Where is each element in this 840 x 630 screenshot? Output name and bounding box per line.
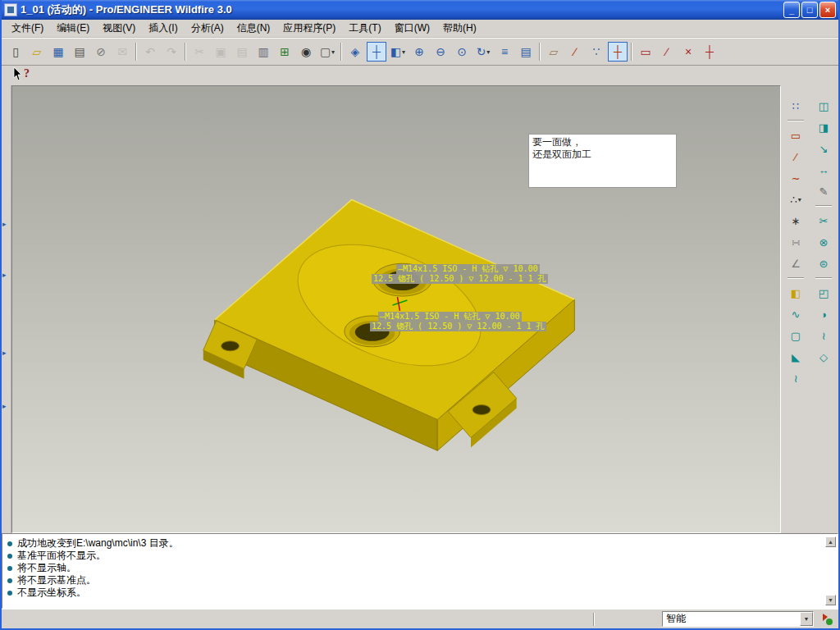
panel-expand-arrow[interactable]: ▸ xyxy=(2,402,7,410)
offset-tool[interactable]: ⊜ xyxy=(814,254,833,272)
close-button[interactable]: × xyxy=(819,2,836,18)
selection-filter-dropdown-button[interactable]: ▼ xyxy=(800,612,813,626)
dropdown-caret-icon[interactable]: ▾ xyxy=(331,48,335,56)
menu-file[interactable]: 文件(F) xyxy=(5,19,50,38)
datum-planes-toggle[interactable]: ▱ xyxy=(544,42,564,62)
blend-tool[interactable]: ◇ xyxy=(814,348,833,366)
graph-tool[interactable]: ∿ xyxy=(786,305,806,323)
send-email-button[interactable]: ✉ xyxy=(112,42,132,62)
help-question-icon: ? xyxy=(24,67,30,80)
sweep-tool[interactable]: ≀ xyxy=(814,326,833,345)
select-box-button[interactable]: ▢▾ xyxy=(317,42,337,62)
menu-info[interactable]: 信息(N) xyxy=(231,19,277,38)
message-scroll-up-button[interactable]: ▲ xyxy=(825,536,836,547)
slot-hole-bottom[interactable] xyxy=(472,405,491,415)
erase-display-button[interactable]: ⊘ xyxy=(91,42,111,62)
datum-points-toggle[interactable]: ∵ xyxy=(587,42,606,62)
cut-button[interactable]: ✂ xyxy=(189,42,209,62)
measure-tool[interactable]: ∠ xyxy=(786,254,806,272)
dropdown-caret-icon[interactable]: ▾ xyxy=(798,196,801,203)
sketch-tool[interactable]: ▢ xyxy=(786,326,806,345)
save-file-button[interactable]: ▦ xyxy=(48,42,68,62)
reference-tool[interactable]: ∺ xyxy=(786,233,806,251)
note-annotation[interactable]: 要一面做， 还是双面加工 xyxy=(528,134,677,188)
message-scroll-down-button[interactable]: ▼ xyxy=(825,595,836,605)
create-datum-axis-button[interactable]: ∕ xyxy=(657,42,677,62)
undo-icon: ↶ xyxy=(145,46,155,57)
layer-tool[interactable]: ◧ xyxy=(786,284,806,302)
trim-tool[interactable]: ✂ xyxy=(814,212,833,230)
menu-insert[interactable]: 插入(I) xyxy=(142,19,184,38)
scale-tool[interactable]: ↔ xyxy=(814,161,833,179)
intersect-tool[interactable]: ⊗ xyxy=(814,233,833,251)
menu-analysis[interactable]: 分析(A) xyxy=(185,19,231,38)
extrude-tool[interactable]: ◰ xyxy=(814,284,833,302)
mouse-arrow-icon xyxy=(13,67,23,82)
datum-csys-toggle[interactable]: ┼ xyxy=(608,42,628,62)
create-datum-plane-button[interactable]: ▭ xyxy=(636,42,655,62)
spin-center-toggle[interactable]: ┼ xyxy=(367,42,386,62)
hole-callout-2-line-1[interactable]: —M14x1.5 ISO - H 钻孔 ▽ 10.00 xyxy=(378,312,522,322)
menu-applications[interactable]: 应用程序(P) xyxy=(276,19,342,38)
dropdown-caret-icon[interactable]: ▾ xyxy=(486,48,490,56)
flag-annotation-tool[interactable]: ◣ xyxy=(786,348,806,366)
copy-button[interactable]: ▣ xyxy=(211,42,231,62)
select-special-tool[interactable]: ∷ xyxy=(786,97,806,115)
find-button[interactable]: ◉ xyxy=(296,42,316,62)
hole-callout-2-line-2[interactable]: 12.5 锪孔 ( 12.50 ) ▽ 12.00 - 1 1 孔 xyxy=(370,322,546,331)
paste-special-button[interactable]: ▥ xyxy=(253,42,273,62)
hole-callout-1-line-2[interactable]: 12.5 锪孔 ( 12.50 ) ▽ 12.00 - 1 1 孔 xyxy=(372,274,548,284)
panel-expand-arrow[interactable]: ▸ xyxy=(2,220,7,228)
status-spare-box xyxy=(600,612,657,627)
undo-button[interactable]: ↶ xyxy=(140,42,160,62)
new-file-button[interactable]: ▯ xyxy=(6,42,25,62)
datum-csys-tool[interactable]: ∗ xyxy=(786,212,806,230)
saved-views-button[interactable]: ◧▾ xyxy=(388,42,408,62)
revolve-tool[interactable]: ◑ xyxy=(814,305,833,323)
regenerate-button[interactable]: ⊞ xyxy=(275,42,294,62)
repaint-button[interactable]: ◈ xyxy=(345,42,365,62)
datum-axis-tool[interactable]: ∕ xyxy=(786,148,806,166)
maximize-button[interactable]: □ xyxy=(801,2,818,18)
hole-callout-1-line-1[interactable]: —M14x1.5 ISO - H 钻孔 ▽ 10.00 xyxy=(396,264,540,274)
slot-hole-left[interactable] xyxy=(221,341,240,351)
message-line: 成功地改变到E:\wang\mc\in\3 目录。 xyxy=(7,537,821,550)
print-button[interactable]: ▤ xyxy=(70,42,89,62)
refit-button[interactable]: ⊙ xyxy=(452,42,472,62)
open-file-button[interactable]: ▱ xyxy=(27,42,47,62)
annotation-tool[interactable]: ✎ xyxy=(814,182,833,200)
zoom-out-button[interactable]: ⊖ xyxy=(431,42,450,62)
copy-geometry-tool[interactable]: ◫ xyxy=(814,97,833,115)
menu-edit[interactable]: 编辑(E) xyxy=(50,19,96,38)
dropdown-caret-icon[interactable]: ▾ xyxy=(402,48,405,56)
datum-axes-toggle[interactable]: ∕ xyxy=(565,42,585,62)
datum-axes-icon: ∕ xyxy=(574,46,576,57)
mirror-tool[interactable]: ◨ xyxy=(814,118,833,136)
create-datum-point-button[interactable]: × xyxy=(678,42,698,62)
reorient-button[interactable]: ↻▾ xyxy=(473,42,493,62)
panel-expand-arrow[interactable]: ▸ xyxy=(2,349,7,357)
menu-view[interactable]: 视图(V) xyxy=(96,19,142,38)
selection-filter-combo[interactable]: 智能 ▼ xyxy=(662,611,814,627)
panel-expand-arrow[interactable]: ▸ xyxy=(2,271,7,279)
curve-edit-icon: ≀ xyxy=(794,373,798,384)
selection-buffer-button[interactable] xyxy=(819,612,835,627)
zoom-in-button[interactable]: ⊕ xyxy=(409,42,429,62)
toolbar-spacer: ? xyxy=(2,66,838,85)
datum-plane-tool[interactable]: ▭ xyxy=(786,126,806,144)
menu-window[interactable]: 窗口(W) xyxy=(388,19,436,38)
view-manager-button[interactable]: ▤ xyxy=(516,42,536,62)
create-datum-csys-button[interactable]: ┼ xyxy=(700,42,719,62)
datum-point-tool[interactable]: ∴▾ xyxy=(786,190,806,208)
minimize-button[interactable]: _ xyxy=(783,2,800,18)
curve-edit-tool[interactable]: ≀ xyxy=(786,369,806,387)
graphics-area[interactable]: 要一面做， 还是双面加工 —M14x1.5 ISO - H 钻孔 ▽ 10.00… xyxy=(11,85,781,533)
paste-button[interactable]: ▤ xyxy=(232,42,252,62)
datum-curve-tool[interactable]: ∼ xyxy=(786,169,806,187)
menu-tools[interactable]: 工具(T) xyxy=(342,19,387,38)
redo-button[interactable]: ↷ xyxy=(162,42,181,62)
menu-help[interactable]: 帮助(H) xyxy=(436,19,483,38)
move-tool[interactable]: ↘ xyxy=(814,139,833,158)
layers-button[interactable]: ≡ xyxy=(495,42,514,62)
datum-csys-icon: ∗ xyxy=(792,216,801,226)
